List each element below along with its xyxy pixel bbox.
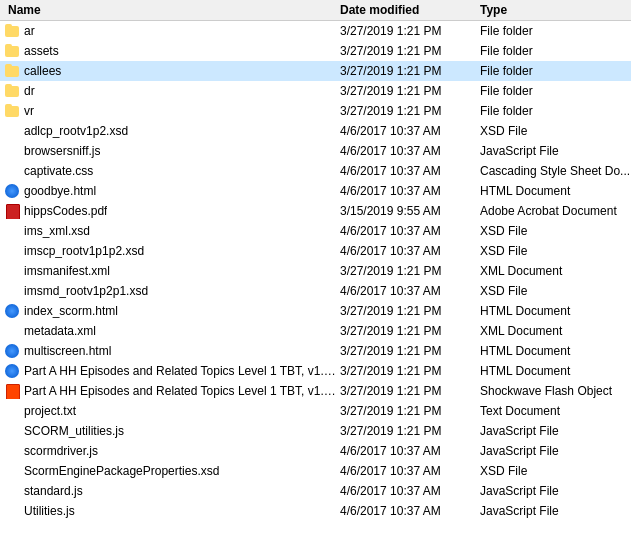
table-row[interactable]: captivate.css4/6/2017 10:37 AMCascading … <box>0 161 631 181</box>
file-name-cell: callees <box>0 63 340 79</box>
date-column-header[interactable]: Date modified <box>340 3 480 17</box>
file-name-cell: project.txt <box>0 403 340 419</box>
file-name-cell: captivate.css <box>0 163 340 179</box>
table-row[interactable]: SCORM_utilities.js3/27/2019 1:21 PMJavaS… <box>0 421 631 441</box>
file-date-cell: 3/27/2019 1:21 PM <box>340 364 480 378</box>
xsd-icon <box>4 223 20 239</box>
table-row[interactable]: scormdriver.js4/6/2017 10:37 AMJavaScrip… <box>0 441 631 461</box>
file-name-text: Part A HH Episodes and Related Topics Le… <box>24 384 340 398</box>
file-name-cell: goodbye.html <box>0 183 340 199</box>
file-date-cell: 3/27/2019 1:21 PM <box>340 344 480 358</box>
xsd-icon <box>4 283 20 299</box>
file-date-cell: 4/6/2017 10:37 AM <box>340 444 480 458</box>
file-name-cell: adlcp_rootv1p2.xsd <box>0 123 340 139</box>
table-row[interactable]: adlcp_rootv1p2.xsd4/6/2017 10:37 AMXSD F… <box>0 121 631 141</box>
file-type-cell: XML Document <box>480 264 631 278</box>
name-column-header[interactable]: Name <box>0 3 340 17</box>
file-name-cell: dr <box>0 83 340 99</box>
table-row[interactable]: hippsCodes.pdf3/15/2019 9:55 AMAdobe Acr… <box>0 201 631 221</box>
file-type-cell: JavaScript File <box>480 444 631 458</box>
table-row[interactable]: ims_xml.xsd4/6/2017 10:37 AMXSD File <box>0 221 631 241</box>
js-icon <box>4 423 20 439</box>
type-column-header[interactable]: Type <box>480 3 631 17</box>
file-date-cell: 4/6/2017 10:37 AM <box>340 244 480 258</box>
file-name-cell: ar <box>0 23 340 39</box>
file-name-cell: assets <box>0 43 340 59</box>
table-row[interactable]: browsersniff.js4/6/2017 10:37 AMJavaScri… <box>0 141 631 161</box>
table-row[interactable]: vr3/27/2019 1:21 PMFile folder <box>0 101 631 121</box>
file-name-text: ims_xml.xsd <box>24 224 90 238</box>
file-name-cell: index_scorm.html <box>0 303 340 319</box>
folder-icon <box>4 83 20 99</box>
table-row[interactable]: imscp_rootv1p1p2.xsd4/6/2017 10:37 AMXSD… <box>0 241 631 261</box>
file-name-cell: browsersniff.js <box>0 143 340 159</box>
file-name-text: project.txt <box>24 404 76 418</box>
table-row[interactable]: assets3/27/2019 1:21 PMFile folder <box>0 41 631 61</box>
file-date-cell: 3/27/2019 1:21 PM <box>340 104 480 118</box>
file-type-cell: HTML Document <box>480 184 631 198</box>
file-name-text: SCORM_utilities.js <box>24 424 124 438</box>
file-name-text: callees <box>24 64 61 78</box>
css-icon <box>4 163 20 179</box>
file-name-text: assets <box>24 44 59 58</box>
file-name-text: imsmd_rootv1p2p1.xsd <box>24 284 148 298</box>
swf-icon <box>4 383 20 399</box>
folder-icon <box>4 43 20 59</box>
xsd-icon <box>4 123 20 139</box>
file-name-cell: imscp_rootv1p1p2.xsd <box>0 243 340 259</box>
file-name-text: imscp_rootv1p1p2.xsd <box>24 244 144 258</box>
file-date-cell: 3/15/2019 9:55 AM <box>340 204 480 218</box>
table-row[interactable]: metadata.xml3/27/2019 1:21 PMXML Documen… <box>0 321 631 341</box>
file-date-cell: 4/6/2017 10:37 AM <box>340 284 480 298</box>
table-row[interactable]: imsmanifest.xml3/27/2019 1:21 PMXML Docu… <box>0 261 631 281</box>
table-row[interactable]: Part A HH Episodes and Related Topics Le… <box>0 381 631 401</box>
table-row[interactable]: imsmd_rootv1p2p1.xsd4/6/2017 10:37 AMXSD… <box>0 281 631 301</box>
file-type-cell: Text Document <box>480 404 631 418</box>
file-type-cell: XSD File <box>480 224 631 238</box>
file-date-cell: 4/6/2017 10:37 AM <box>340 484 480 498</box>
file-type-cell: JavaScript File <box>480 484 631 498</box>
file-date-cell: 3/27/2019 1:21 PM <box>340 84 480 98</box>
table-row[interactable]: ar3/27/2019 1:21 PMFile folder <box>0 21 631 41</box>
file-name-cell: multiscreen.html <box>0 343 340 359</box>
folder-icon <box>4 63 20 79</box>
file-rows-container: ar3/27/2019 1:21 PMFile folderassets3/27… <box>0 21 631 521</box>
file-type-cell: JavaScript File <box>480 504 631 518</box>
file-name-text: imsmanifest.xml <box>24 264 110 278</box>
file-name-cell: ims_xml.xsd <box>0 223 340 239</box>
table-row[interactable]: multiscreen.html3/27/2019 1:21 PMHTML Do… <box>0 341 631 361</box>
file-name-text: goodbye.html <box>24 184 96 198</box>
file-date-cell: 3/27/2019 1:21 PM <box>340 64 480 78</box>
table-row[interactable]: goodbye.html4/6/2017 10:37 AMHTML Docume… <box>0 181 631 201</box>
file-name-cell: Utilities.js <box>0 503 340 519</box>
file-type-cell: XSD File <box>480 124 631 138</box>
table-row[interactable]: index_scorm.html3/27/2019 1:21 PMHTML Do… <box>0 301 631 321</box>
file-name-text: index_scorm.html <box>24 304 118 318</box>
file-date-cell: 3/27/2019 1:21 PM <box>340 264 480 278</box>
file-name-cell: ScormEnginePackageProperties.xsd <box>0 463 340 479</box>
file-type-cell: XSD File <box>480 464 631 478</box>
file-date-cell: 4/6/2017 10:37 AM <box>340 504 480 518</box>
table-row[interactable]: Utilities.js4/6/2017 10:37 AMJavaScript … <box>0 501 631 521</box>
file-name-cell: vr <box>0 103 340 119</box>
table-row[interactable]: project.txt3/27/2019 1:21 PMText Documen… <box>0 401 631 421</box>
file-type-cell: File folder <box>480 84 631 98</box>
table-row[interactable]: ScormEnginePackageProperties.xsd4/6/2017… <box>0 461 631 481</box>
table-row[interactable]: Part A HH Episodes and Related Topics Le… <box>0 361 631 381</box>
file-name-text: dr <box>24 84 35 98</box>
file-date-cell: 4/6/2017 10:37 AM <box>340 464 480 478</box>
file-name-text: Utilities.js <box>24 504 75 518</box>
file-name-text: vr <box>24 104 34 118</box>
table-row[interactable]: dr3/27/2019 1:21 PMFile folder <box>0 81 631 101</box>
xml-icon <box>4 263 20 279</box>
txt-icon <box>4 403 20 419</box>
file-date-cell: 4/6/2017 10:37 AM <box>340 144 480 158</box>
file-name-cell: standard.js <box>0 483 340 499</box>
folder-icon <box>4 103 20 119</box>
file-type-cell: HTML Document <box>480 304 631 318</box>
file-name-cell: hippsCodes.pdf <box>0 203 340 219</box>
file-name-cell: imsmanifest.xml <box>0 263 340 279</box>
table-row[interactable]: callees3/27/2019 1:21 PMFile folder <box>0 61 631 81</box>
file-name-text: ar <box>24 24 35 38</box>
table-row[interactable]: standard.js4/6/2017 10:37 AMJavaScript F… <box>0 481 631 501</box>
